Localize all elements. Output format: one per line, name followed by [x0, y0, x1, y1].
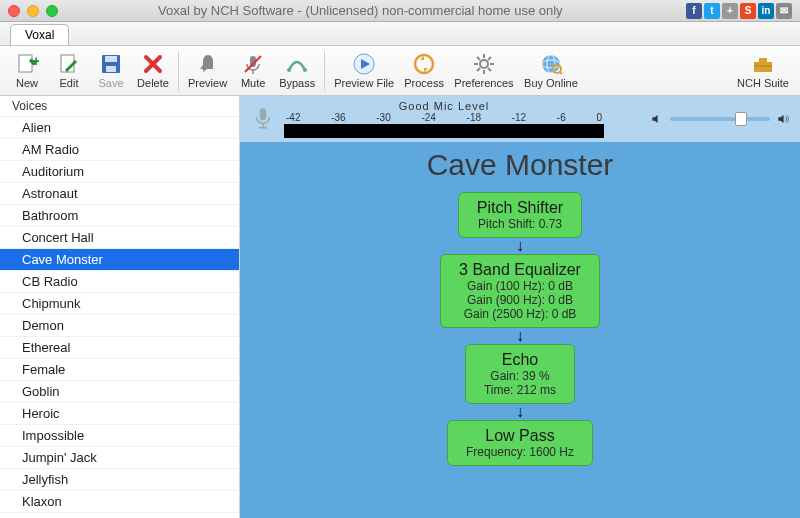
new-button[interactable]: + New: [6, 48, 48, 94]
effect-param: Gain (100 Hz): 0 dB: [459, 279, 581, 293]
mic-icon: [250, 105, 276, 134]
arrow-down-icon: ↓: [240, 239, 800, 253]
edit-label: Edit: [60, 77, 79, 89]
voice-item[interactable]: Klaxon: [0, 491, 239, 513]
voice-item[interactable]: Lost in Space: [0, 513, 239, 518]
effect-node[interactable]: Pitch ShifterPitch Shift: 0.73: [458, 192, 582, 238]
arrow-down-icon: ↓: [240, 405, 800, 419]
speaker-low-icon: [650, 112, 664, 126]
close-icon[interactable]: [8, 5, 20, 17]
svg-point-22: [542, 55, 560, 73]
process-label: Process: [404, 77, 444, 89]
tick: -12: [512, 112, 526, 123]
arrow-down-icon: ↓: [240, 329, 800, 343]
preferences-label: Preferences: [454, 77, 513, 89]
tick: -36: [331, 112, 345, 123]
tick: -6: [557, 112, 566, 123]
facebook-icon[interactable]: f: [686, 3, 702, 19]
edit-button[interactable]: Edit: [48, 48, 90, 94]
effect-node[interactable]: Low PassFrequency: 1600 Hz: [447, 420, 593, 466]
play-icon: [352, 52, 376, 76]
tab-row: Voxal: [0, 22, 800, 46]
bypass-button[interactable]: Bypass: [274, 48, 320, 94]
voice-item[interactable]: Bathroom: [0, 205, 239, 227]
zoom-icon[interactable]: [46, 5, 58, 17]
bypass-icon: [285, 52, 309, 76]
preferences-button[interactable]: Preferences: [449, 48, 519, 94]
voice-item[interactable]: Alien: [0, 117, 239, 139]
process-button[interactable]: Process: [399, 48, 449, 94]
sidebar: Voices AlienAM RadioAuditoriumAstronautB…: [0, 96, 240, 518]
svg-line-20: [488, 57, 491, 60]
voice-item[interactable]: CB Radio: [0, 271, 239, 293]
effect-title: Echo: [484, 351, 556, 369]
social-links: f t + S in ✉: [686, 3, 792, 19]
buy-button[interactable]: Buy Online: [519, 48, 583, 94]
share-icon[interactable]: +: [722, 3, 738, 19]
buy-label: Buy Online: [524, 77, 578, 89]
tick: -18: [467, 112, 481, 123]
svg-point-9: [287, 68, 291, 72]
voice-item[interactable]: Jumpin' Jack: [0, 447, 239, 469]
effect-param: Gain: 39 %: [484, 369, 556, 383]
effect-param: Frequency: 1600 Hz: [466, 445, 574, 459]
titlebar: Voxal by NCH Software - (Unlicensed) non…: [0, 0, 800, 22]
bypass-label: Bypass: [279, 77, 315, 89]
stumble-icon[interactable]: S: [740, 3, 756, 19]
mute-button[interactable]: Mute: [232, 48, 274, 94]
voice-item[interactable]: AM Radio: [0, 139, 239, 161]
tab-voxal[interactable]: Voxal: [10, 24, 69, 45]
save-icon: [99, 52, 123, 76]
voice-item[interactable]: Concert Hall: [0, 227, 239, 249]
twitter-icon[interactable]: t: [704, 3, 720, 19]
voice-item[interactable]: Female: [0, 359, 239, 381]
svg-line-19: [488, 68, 491, 71]
svg-rect-4: [105, 56, 117, 62]
voice-item[interactable]: Impossible: [0, 425, 239, 447]
effect-param: Gain (900 Hz): 0 dB: [459, 293, 581, 307]
svg-rect-5: [106, 66, 116, 72]
voice-item[interactable]: Auditorium: [0, 161, 239, 183]
preview-file-button[interactable]: Preview File: [329, 48, 399, 94]
voice-item[interactable]: Heroic: [0, 403, 239, 425]
volume-slider[interactable]: [670, 117, 770, 121]
toolbar: + New Edit Save Delete Preview Mute Bypa…: [0, 46, 800, 96]
email-icon[interactable]: ✉: [776, 3, 792, 19]
effect-title: Low Pass: [466, 427, 574, 445]
voice-item[interactable]: Cave Monster: [0, 249, 239, 271]
process-icon: [412, 52, 436, 76]
edit-icon: [57, 52, 81, 76]
voice-item[interactable]: Jellyfish: [0, 469, 239, 491]
effect-node[interactable]: EchoGain: 39 %Time: 212 ms: [465, 344, 575, 404]
effect-title: 3 Band Equalizer: [459, 261, 581, 279]
slider-thumb[interactable]: [735, 112, 747, 126]
minimize-icon[interactable]: [27, 5, 39, 17]
voice-item[interactable]: Chipmunk: [0, 293, 239, 315]
window-title: Voxal by NCH Software - (Unlicensed) non…: [58, 3, 686, 18]
preview-label: Preview: [188, 77, 227, 89]
linkedin-icon[interactable]: in: [758, 3, 774, 19]
level-meter: Good Mic Level -42-36-30-24-18-12-60: [284, 100, 604, 138]
globe-icon: [539, 52, 563, 76]
content: Good Mic Level -42-36-30-24-18-12-60 Cav…: [240, 96, 800, 518]
toolbox-icon: [751, 52, 775, 76]
preview-button[interactable]: Preview: [183, 48, 232, 94]
effect-param: Pitch Shift: 0.73: [477, 217, 563, 231]
voice-item[interactable]: Demon: [0, 315, 239, 337]
voice-item[interactable]: Ethereal: [0, 337, 239, 359]
effect-param: Time: 212 ms: [484, 383, 556, 397]
suite-button[interactable]: NCH Suite: [732, 48, 794, 94]
tick: -42: [286, 112, 300, 123]
volume-control: [650, 112, 790, 126]
svg-point-13: [480, 60, 488, 68]
speaker-high-icon: [776, 112, 790, 126]
save-button[interactable]: Save: [90, 48, 132, 94]
delete-button[interactable]: Delete: [132, 48, 174, 94]
mute-label: Mute: [241, 77, 265, 89]
svg-line-21: [477, 68, 480, 71]
preview-file-label: Preview File: [334, 77, 394, 89]
svg-point-10: [303, 68, 307, 72]
effect-node[interactable]: 3 Band EqualizerGain (100 Hz): 0 dBGain …: [440, 254, 600, 328]
voice-item[interactable]: Goblin: [0, 381, 239, 403]
voice-item[interactable]: Astronaut: [0, 183, 239, 205]
